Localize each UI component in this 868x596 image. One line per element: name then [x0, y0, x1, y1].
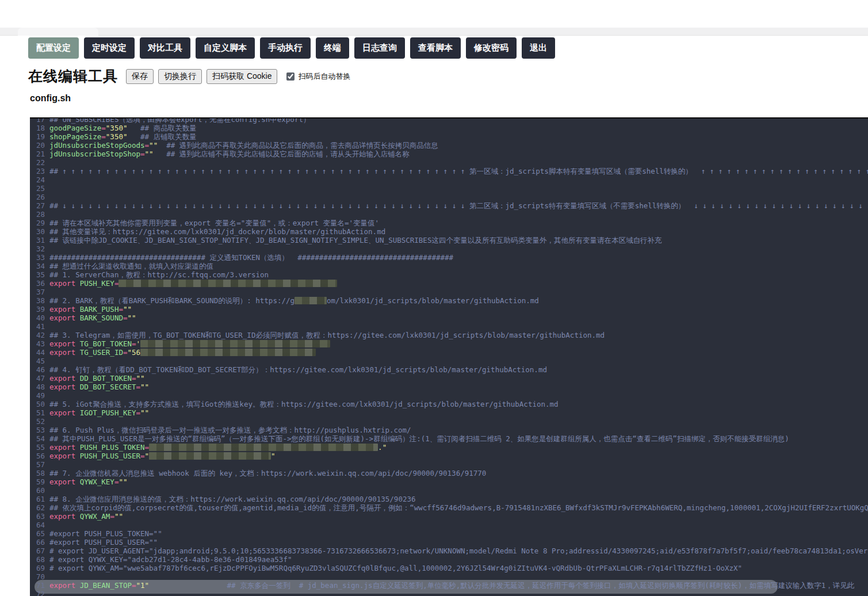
file-name: config.sh — [30, 93, 71, 104]
code-line: 47export DD_BOT_TOKEN="" — [30, 374, 868, 383]
line-number: 58 — [30, 469, 49, 477]
code-line: 35## 1. ServerChan，教程：http://sc.ftqq.com… — [30, 270, 868, 279]
editor-toolbar: 在线编辑工具 保存 切换换行 扫码获取 Cookie 扫码后自动替换 — [28, 67, 350, 86]
code-content: ## 该链接中除JD_COOKIE、JD_BEAN_SIGN_STOP_NOTI… — [49, 236, 868, 244]
line-number: 37 — [30, 288, 49, 296]
code-content — [49, 460, 868, 469]
code-line: 61## 8. 企业微信应用消息推送的值，文档：https://work.wei… — [30, 495, 868, 503]
code-content: ## 其中PUSH_PLUS_USER是一对多推送的“群组编码”（一对多推送下面… — [49, 434, 868, 443]
line-number: 26 — [30, 193, 49, 201]
line-number: 36 — [30, 279, 49, 288]
line-number: 33 — [30, 253, 49, 262]
code-content: export PUSH_KEY= — [49, 279, 868, 288]
code-content: #export PUSH_PLUS_USER="" — [49, 538, 868, 547]
code-line: 29## 请在本区域补充其他你需要用到变量，export 变量名="变量值"，或… — [30, 219, 868, 227]
line-number: 61 — [30, 495, 49, 503]
code-content: export PUSH_PLUS_USER="" — [49, 452, 868, 460]
code-content: # export QYWX_KEY="adcb27d1-28c4-4abb-8e… — [49, 555, 868, 564]
code-line: 33#################################### 定… — [30, 253, 868, 262]
code-line: 23## ↑ ↑ ↑ ↑ ↑ ↑ ↑ ↑ ↑ ↑ ↑ ↑ ↑ ↑ ↑ ↑ ↑ ↑… — [30, 167, 868, 175]
code-content: ## ↓ ↓ ↓ ↓ ↓ ↓ ↓ ↓ ↓ ↓ ↓ ↓ ↓ ↓ ↓ ↓ ↓ ↓ ↓… — [49, 201, 868, 210]
code-content: ## ↑ ↑ ↑ ↑ ↑ ↑ ↑ ↑ ↑ ↑ ↑ ↑ ↑ ↑ ↑ ↑ ↑ ↑ ↑… — [49, 167, 868, 175]
line-number: 27 — [30, 201, 49, 210]
nav-button-custom-script[interactable]: 自定义脚本 — [196, 37, 255, 59]
code-content: export TG_USER_ID="56 — [49, 348, 868, 357]
code-content: ## 3. Telegram，如需使用，TG_BOT_TOKEN和TG_USER… — [49, 331, 868, 339]
code-editor[interactable]: 17## UN_SUBSCRIBES（选填，由脚本会export，无需在conf… — [30, 117, 868, 596]
auto-replace-checkbox[interactable] — [286, 72, 295, 81]
code-content — [49, 158, 868, 167]
code-content: # export JD_USER_AGENT="jdapp;android;9.… — [49, 547, 868, 555]
redacted-value — [149, 452, 271, 460]
code-line: 67# export JD_USER_AGENT="jdapp;android;… — [30, 547, 868, 555]
toggle-wrap-button[interactable]: 切换换行 — [158, 69, 202, 84]
line-number: 66 — [30, 538, 49, 547]
code-content: goodPageSize="350" ## 商品取关数量 — [49, 124, 868, 132]
code-content — [49, 521, 868, 529]
line-number: 30 — [30, 227, 49, 236]
code-line: 45 — [30, 357, 868, 365]
nav-button-logout[interactable]: 退出 — [522, 37, 555, 59]
code-line: 34## 想通过什么渠道收取通知，就填入对应渠道的值 — [30, 262, 868, 270]
nav-button-view-script[interactable]: 查看脚本 — [410, 37, 461, 59]
code-line: 30## 其他变量详见：https://gitee.com/lxk0301/jd… — [30, 227, 868, 236]
code-line: 25 — [30, 184, 868, 193]
code-line: 17## UN_SUBSCRIBES（选填，由脚本会export，无需在conf… — [30, 117, 868, 124]
code-line: 55export PUSH_PLUS_TOKEN=." — [30, 443, 868, 452]
nav-button-compare-tool[interactable]: 对比工具 — [140, 37, 190, 59]
line-number: 53 — [30, 426, 49, 434]
code-line: 24 — [30, 175, 868, 184]
line-number: 56 — [30, 452, 49, 460]
line-number: 47 — [30, 374, 49, 383]
nav-button-config-settings[interactable]: 配置设定 — [28, 37, 79, 59]
code-content: ## 6. Push Plus，微信扫码登录后一对一推送或一对多推送，参考文档：… — [49, 426, 868, 434]
scan-cookie-button[interactable]: 扫码获取 Cookie — [207, 69, 277, 84]
code-line: 18goodPageSize="350" ## 商品取关数量 — [30, 124, 868, 132]
code-lines: 17## UN_SUBSCRIBES（选填，由脚本会export，无需在conf… — [30, 117, 868, 596]
nav-button-terminal[interactable]: 终端 — [316, 37, 349, 59]
code-content: ## 4. 钉钉，教程（看DD_BOT_TOKEN和DD_BOT_SECRET部… — [49, 365, 868, 374]
redacted-value — [295, 297, 327, 304]
code-line: 56export PUSH_PLUS_USER="" — [30, 452, 868, 460]
line-number: 22 — [30, 158, 49, 167]
line-number: 39 — [30, 305, 49, 314]
nav-button-change-password[interactable]: 修改密码 — [466, 37, 517, 59]
line-number: 64 — [30, 521, 49, 529]
code-line: 26 — [30, 193, 868, 201]
nav-button-timer-settings[interactable]: 定时设定 — [84, 37, 135, 59]
code-line: 46## 4. 钉钉，教程（看DD_BOT_TOKEN和DD_BOT_SECRE… — [30, 365, 868, 374]
code-content: jdUnsubscribeStopShop="" ## 遇到此店铺不再取关此店铺… — [49, 150, 868, 158]
code-content: export JD_BEAN_STOP="1" ## 京东多合一签到 # jd_… — [49, 581, 868, 590]
code-content — [49, 210, 868, 219]
code-line: 52 — [30, 417, 868, 426]
nav-button-log-query[interactable]: 日志查询 — [354, 37, 405, 59]
save-button[interactable]: 保存 — [126, 69, 154, 84]
redacted-value — [140, 340, 330, 347]
code-line: 36export PUSH_KEY= — [30, 279, 868, 288]
code-content: ## 请在本区域补充其他你需要用到变量，export 变量名="变量值"，或：e… — [49, 219, 868, 227]
page-title: 在线编辑工具 — [28, 67, 118, 86]
nav-button-manual-run[interactable]: 手动执行 — [260, 37, 311, 59]
auto-replace-label[interactable]: 扫码后自动替换 — [298, 71, 350, 82]
code-line: 48export DD_BOT_SECRET="" — [30, 383, 868, 391]
code-content: # export QYWX_AM="wwe5abaf787bf6cec6,rEj… — [49, 564, 868, 572]
line-number: 21 — [30, 150, 49, 158]
code-content — [49, 322, 868, 331]
code-content — [49, 357, 868, 365]
code-line: 20jdUnsubscribeStopGoods="" ## 遇到此商品不再取关… — [30, 141, 868, 150]
line-number: 72 — [30, 590, 49, 596]
code-content: ## 1. ServerChan，教程：http://sc.ftqq.com/3… — [49, 270, 868, 279]
line-number: 54 — [30, 434, 49, 443]
code-content — [49, 572, 868, 581]
line-number: 63 — [30, 512, 49, 521]
code-content: ## UN_SUBSCRIBES（选填，由脚本会export，无需在config… — [49, 117, 868, 124]
main-navbar: 配置设定定时设定对比工具自定义脚本手动执行终端日志查询查看脚本修改密码退出 — [28, 37, 555, 59]
line-number: 62 — [30, 503, 49, 512]
code-line: 60 — [30, 486, 868, 495]
code-content — [49, 184, 868, 193]
line-number: 49 — [30, 391, 49, 400]
line-number: 17 — [30, 117, 49, 124]
code-line: 32 — [30, 244, 868, 253]
code-content: ## 依次填上corpid的值,corpsecret的值,touser的值,ag… — [49, 503, 868, 512]
code-content — [49, 244, 868, 253]
